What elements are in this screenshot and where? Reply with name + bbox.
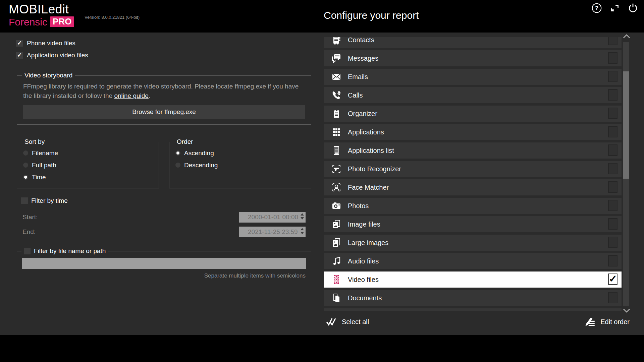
list-item[interactable]: Messages <box>324 50 622 66</box>
order-options: AscendingDescending <box>173 149 308 169</box>
list-item[interactable]: Calls <box>324 87 622 103</box>
app-logo: MOBILedit Forensic PRO <box>9 3 74 27</box>
list-item[interactable]: Applications list <box>324 142 622 159</box>
resize-icon[interactable] <box>609 2 621 14</box>
radio-full-path[interactable]: Full path <box>23 162 155 169</box>
version-text: Version: 8.0.0.21821 (64-bit) <box>85 15 140 20</box>
video-files-icon <box>331 274 342 285</box>
scrollbar-up-icon[interactable] <box>623 34 631 40</box>
radio-descending[interactable]: Descending <box>175 162 308 169</box>
list-item[interactable]: Image files <box>324 216 622 232</box>
sort-by-group: Sort by FilenameFull pathTime <box>17 138 159 188</box>
order-legend: Order <box>174 138 196 145</box>
filter-by-name-checkbox[interactable] <box>24 248 31 254</box>
list-item-label: Calls <box>348 92 363 99</box>
list-item[interactable]: Contacts <box>324 37 622 48</box>
list-item-label: Image files <box>348 221 380 228</box>
item-checkbox[interactable] <box>608 108 618 119</box>
list-item[interactable]: Photos <box>324 198 622 214</box>
photo-recognizer-icon <box>331 164 342 174</box>
checkbox-label: Application video files <box>27 52 88 59</box>
video-storyboard-legend: Video storyboard <box>22 72 75 79</box>
list-item[interactable]: Applications <box>324 124 622 140</box>
scrollbar-track[interactable] <box>623 42 629 306</box>
radio-dot[interactable] <box>23 150 28 156</box>
radio-dot[interactable] <box>23 163 28 168</box>
edit-order-icon <box>584 316 596 328</box>
radio-ascending[interactable]: Ascending <box>175 149 308 157</box>
start-datetime-input[interactable]: 2000-01-01 00:00 <box>239 212 306 223</box>
filter-by-name-group: Filter by file name or path Separate mul… <box>17 247 311 283</box>
item-checkbox[interactable] <box>608 237 618 248</box>
sort-by-options: FilenameFull pathTime <box>20 149 155 181</box>
list-item-label: Messages <box>348 55 378 62</box>
scrollbar-thumb[interactable] <box>623 71 629 179</box>
radio-filename[interactable]: Filename <box>23 149 155 157</box>
list-item[interactable]: Photo Recognizer <box>324 161 622 177</box>
select-all-button[interactable]: Select all <box>325 316 369 328</box>
start-label: Start: <box>22 212 38 223</box>
edit-order-button[interactable]: Edit order <box>584 316 630 328</box>
item-checkbox[interactable] <box>608 126 618 137</box>
checkbox-application-video-files[interactable]: Application video files <box>16 51 88 60</box>
list-item[interactable]: Large images <box>324 235 622 251</box>
list-item[interactable]: Organizer <box>324 106 622 122</box>
item-checkbox[interactable] <box>608 163 618 174</box>
item-checkbox[interactable] <box>608 71 618 82</box>
start-spinner[interactable] <box>301 213 304 220</box>
item-checkbox[interactable] <box>608 218 618 230</box>
item-checkbox[interactable] <box>608 37 618 45</box>
order-group: Order AscendingDescending <box>169 138 311 188</box>
checkbox-phone-video-files[interactable]: Phone video files <box>16 39 88 48</box>
filter-by-time-group: Filter by time Start: 2000-01-01 00:00 E… <box>17 197 311 239</box>
list-item-partial[interactable] <box>324 308 622 311</box>
top-bar: MOBILedit Forensic PRO Version: 8.0.0.21… <box>0 0 644 33</box>
applications-icon <box>331 127 342 137</box>
scrollbar-down-icon[interactable] <box>623 308 631 314</box>
end-spinner[interactable] <box>301 228 304 234</box>
applications-list-icon <box>331 145 342 156</box>
list-item[interactable]: Video files✓ <box>324 272 622 288</box>
radio-label: Descending <box>184 162 218 169</box>
item-checkbox[interactable] <box>608 89 618 101</box>
radio-time[interactable]: Time <box>23 174 155 181</box>
list-item-label: Applications <box>348 128 384 136</box>
item-checkbox[interactable] <box>608 200 618 211</box>
online-guide-link[interactable]: online guide <box>114 92 148 99</box>
item-checkbox[interactable] <box>608 255 618 266</box>
filename-filter-input[interactable] <box>22 258 306 269</box>
checkbox-box[interactable] <box>16 52 23 59</box>
list-item-label: Contacts <box>348 37 374 44</box>
radio-dot[interactable] <box>175 150 180 156</box>
item-checkbox[interactable] <box>608 181 618 193</box>
page-title: Configure your report <box>324 10 419 21</box>
list-item-label: Organizer <box>348 110 377 118</box>
radio-dot[interactable] <box>23 175 28 180</box>
end-datetime-input[interactable]: 2021-11-25 23:59 <box>239 227 306 237</box>
filter-by-time-checkbox[interactable] <box>21 197 28 204</box>
item-checkbox[interactable] <box>608 52 618 64</box>
browse-ffmpeg-button[interactable]: Browse for ffmpeg.exe <box>23 105 305 119</box>
list-item-label: Documents <box>348 294 382 302</box>
radio-dot[interactable] <box>175 163 180 168</box>
power-icon[interactable] <box>627 2 639 14</box>
checkbox-label: Phone video files <box>27 40 75 47</box>
item-checkbox[interactable] <box>608 292 618 303</box>
filter-by-name-label: Filter by file name or path <box>34 247 106 255</box>
checkbox-box[interactable] <box>16 40 23 47</box>
item-checkbox[interactable]: ✓ <box>608 274 618 285</box>
messages-icon <box>331 53 342 64</box>
list-item[interactable]: Documents <box>324 290 622 306</box>
ffmpeg-description: FFmpeg library is required to generate t… <box>23 82 305 101</box>
item-checkbox[interactable] <box>608 144 618 156</box>
list-item[interactable]: Face Matcher <box>324 179 622 195</box>
list-item-label: Applications list <box>348 147 394 155</box>
audio-files-icon <box>331 256 342 266</box>
help-icon[interactable]: ? <box>591 2 602 14</box>
list-item[interactable]: Audio files <box>324 253 622 269</box>
list-item[interactable]: Emails <box>324 69 622 85</box>
svg-text:?: ? <box>595 5 598 11</box>
face-matcher-icon <box>331 182 342 193</box>
large-images-icon <box>331 237 342 248</box>
edit-order-label: Edit order <box>600 318 630 326</box>
